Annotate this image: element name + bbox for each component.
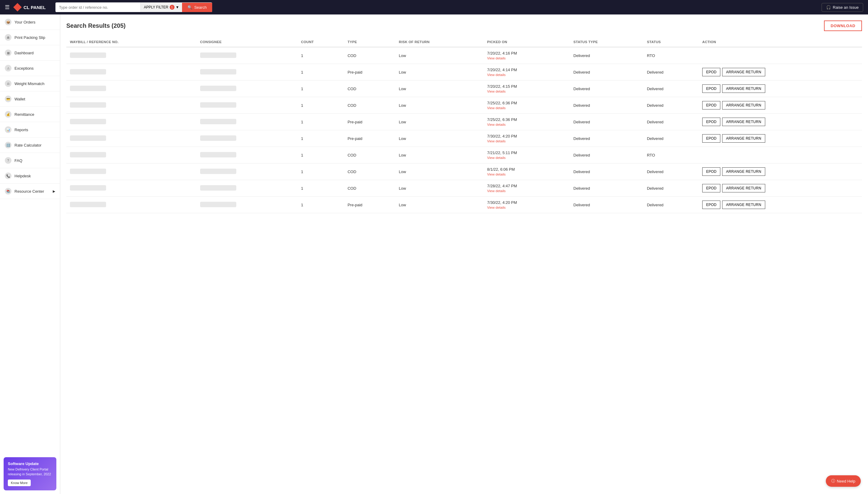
consignee-blurred (200, 69, 236, 75)
sidebar-item-wallet[interactable]: 💳 Wallet (0, 91, 60, 107)
search-button[interactable]: 🔍 Search (182, 3, 212, 12)
cell-picked-on: 7/30/22, 4:20 PMView details (484, 130, 570, 147)
view-details-link[interactable]: View details (487, 139, 566, 143)
epod-button[interactable]: EPOD (702, 167, 720, 176)
arrange-return-button[interactable]: ARRANGE RETURN (722, 201, 765, 209)
table-row: 1Pre-paidLow7/25/22, 6:36 PMView details… (66, 114, 862, 130)
need-help-button[interactable]: ⓘ Need Help (826, 475, 861, 487)
cell-risk: Low (395, 97, 484, 114)
cell-waybill (66, 147, 197, 164)
main-layout: 📦 Your Orders 🖶 Print Packing Slip ▦ Das… (0, 0, 868, 494)
col-header-type: TYPE (344, 37, 395, 47)
view-details-link[interactable]: View details (487, 189, 566, 193)
cell-status: Delivered (643, 97, 698, 114)
view-details-link[interactable]: View details (487, 56, 566, 60)
sidebar-label-reports: Reports (15, 128, 28, 132)
arrange-return-button[interactable]: ARRANGE RETURN (722, 68, 765, 76)
arrange-return-button[interactable]: ARRANGE RETURN (722, 101, 765, 110)
cell-status-type: Delivered (570, 164, 644, 180)
apply-filter-button[interactable]: APPLY FILTER 1 ▼ (140, 2, 182, 12)
search-area: APPLY FILTER 1 ▼ 🔍 Search (56, 2, 212, 12)
logo-diamond-icon (13, 3, 22, 12)
arrange-return-button[interactable]: ARRANGE RETURN (722, 134, 765, 142)
waybill-blurred (70, 169, 106, 174)
epod-button[interactable]: EPOD (702, 118, 720, 126)
search-input[interactable] (56, 3, 141, 12)
sidebar-item-rate-calculator[interactable]: 🔢 Rate Calculator (0, 137, 60, 153)
col-header-status: STATUS (643, 37, 698, 47)
picked-on-date: 7/30/22, 4:20 PM (487, 200, 517, 205)
page-title: Search Results (205) (66, 22, 126, 29)
cell-type: Pre-paid (344, 130, 395, 147)
cell-count: 1 (297, 197, 344, 213)
sidebar-item-reports[interactable]: 📊 Reports (0, 122, 60, 137)
sidebar-item-dashboard[interactable]: ▦ Dashboard (0, 45, 60, 61)
cell-consignee (197, 114, 297, 130)
menu-icon[interactable]: ☰ (5, 4, 9, 11)
col-header-count: COUNT (297, 37, 344, 47)
sidebar-item-resource-center[interactable]: 📚 Resource Center ▶ (0, 184, 60, 199)
cell-count: 1 (297, 180, 344, 197)
view-details-link[interactable]: View details (487, 90, 566, 93)
waybill-blurred (70, 53, 106, 58)
sidebar-label-exceptions: Exceptions (15, 66, 34, 71)
know-more-button[interactable]: Know More (8, 479, 31, 486)
cell-consignee (197, 47, 297, 64)
epod-button[interactable]: EPOD (702, 101, 720, 110)
col-header-status-type: STATUS TYPE (570, 37, 644, 47)
picked-on-date: 7/30/22, 4:20 PM (487, 134, 517, 138)
sidebar-item-helpdesk[interactable]: 📞 Helpdesk (0, 168, 60, 184)
epod-button[interactable]: EPOD (702, 201, 720, 209)
waybill-blurred (70, 69, 106, 75)
cell-consignee (197, 180, 297, 197)
cell-status: Delivered (643, 164, 698, 180)
epod-button[interactable]: EPOD (702, 84, 720, 93)
arrange-return-button[interactable]: ARRANGE RETURN (722, 118, 765, 126)
cell-count: 1 (297, 47, 344, 64)
cell-waybill (66, 130, 197, 147)
consignee-blurred (200, 53, 236, 58)
consignee-blurred (200, 185, 236, 191)
view-details-link[interactable]: View details (487, 123, 566, 126)
cell-consignee (197, 130, 297, 147)
cell-picked-on: 7/25/22, 6:36 PMView details (484, 114, 570, 130)
sidebar-item-exceptions[interactable]: ⚠ Exceptions (0, 61, 60, 76)
sidebar-item-faq[interactable]: ? FAQ (0, 153, 60, 168)
download-button[interactable]: DOWNLOAD (824, 20, 862, 31)
view-details-link[interactable]: View details (487, 172, 566, 176)
software-update-card: Software Update New Delhivery Client Por… (4, 457, 56, 490)
rate-calculator-icon: 🔢 (5, 142, 12, 148)
cell-action: EPODARRANGE RETURN (698, 164, 862, 180)
faq-icon: ? (5, 157, 12, 164)
view-details-link[interactable]: View details (487, 156, 566, 159)
cell-status-type: Delivered (570, 80, 644, 97)
sidebar-item-print-packing-slip[interactable]: 🖶 Print Packing Slip (0, 30, 60, 45)
raise-issue-button[interactable]: 🎧 Raise an Issue (822, 3, 863, 12)
view-details-link[interactable]: View details (487, 206, 566, 209)
cell-waybill (66, 47, 197, 64)
resource-center-icon: 📚 (5, 188, 12, 194)
epod-button[interactable]: EPOD (702, 184, 720, 192)
arrange-return-button[interactable]: ARRANGE RETURN (722, 184, 765, 192)
cell-picked-on: 7/20/22, 4:15 PMView details (484, 80, 570, 97)
view-details-link[interactable]: View details (487, 73, 566, 77)
sidebar-item-remittance[interactable]: 💰 Remittance (0, 107, 60, 122)
arrange-return-button[interactable]: ARRANGE RETURN (722, 167, 765, 176)
view-details-link[interactable]: View details (487, 106, 566, 110)
cell-type: COD (344, 47, 395, 64)
cell-picked-on: 7/20/22, 4:16 PMView details (484, 47, 570, 64)
apply-filter-label: APPLY FILTER (144, 5, 168, 10)
epod-button[interactable]: EPOD (702, 134, 720, 142)
cell-waybill (66, 64, 197, 80)
cell-consignee (197, 97, 297, 114)
arrange-return-button[interactable]: ARRANGE RETURN (722, 84, 765, 93)
cell-type: COD (344, 80, 395, 97)
cell-status-type: Delivered (570, 97, 644, 114)
picked-on-date: 7/25/22, 6:36 PM (487, 101, 517, 105)
cell-risk: Low (395, 80, 484, 97)
epod-button[interactable]: EPOD (702, 68, 720, 76)
topnav-right: 🎧 Raise an Issue (822, 3, 863, 12)
sidebar-item-your-orders[interactable]: 📦 Your Orders (0, 15, 60, 30)
sidebar-item-weight-mismatch[interactable]: ⚖ Weight Mismatch (0, 76, 60, 91)
cell-count: 1 (297, 64, 344, 80)
